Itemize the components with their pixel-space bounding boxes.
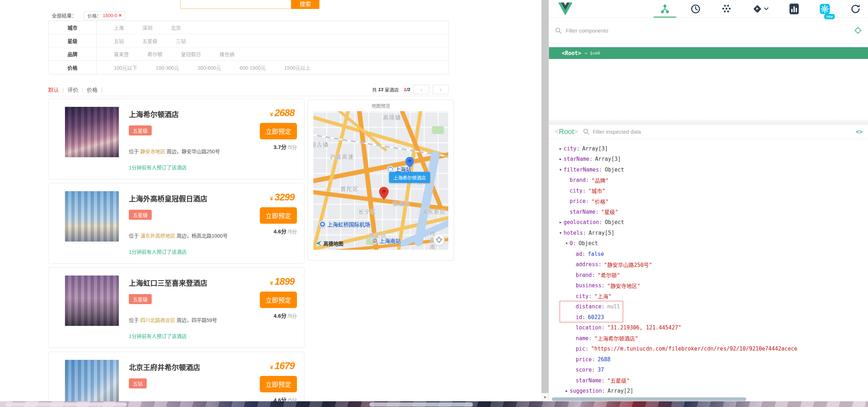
state-row[interactable]: ▶suggestion:Array[2] [549,386,868,397]
refresh-icon [851,4,861,14]
filter-option[interactable]: 1500元以上 [284,64,310,71]
park [432,126,444,134]
state-row[interactable]: ▼filterNames:Object [549,164,868,175]
score-value: 4.6分 [274,228,287,234]
hotel-photo[interactable] [65,191,119,242]
hotel-info: 上海虹口三至喜来登酒店五星级位于 四川北路商业区 周边，四平路59号1分钟前有人… [129,276,254,341]
hotel-photo[interactable] [65,107,119,157]
result-count: 共 13 家酒店 1/3 ‹ › [372,85,449,94]
code-view-icon[interactable]: <> [856,128,863,135]
refresh-button[interactable] [848,0,863,18]
next-page-button[interactable]: › [433,85,449,94]
book-now-button[interactable]: 立即预定 [260,376,297,392]
state-key: name [576,335,589,342]
collapse-arrow-icon[interactable]: ▶ [564,389,570,393]
collapse-arrow-icon[interactable]: ▶ [557,157,564,161]
book-now-button[interactable]: 立即预定 [260,292,297,308]
state-value: Array[5] [589,230,614,236]
collapse-arrow-icon[interactable]: ▶ [557,147,564,150]
tab-vuex[interactable] [719,0,733,18]
hotel-photo[interactable] [65,360,119,401]
search-button[interactable]: 搜索 [291,0,319,9]
filter-option[interactable]: 喜来登 [114,50,129,58]
map-hotel-tooltip[interactable]: 上海希尔顿酒店 [389,172,430,183]
state-key: location [576,324,601,331]
hotel-map-pin-red[interactable] [379,187,389,200]
filter-option[interactable]: 100元以下 [114,64,137,71]
state-key: address [576,261,598,268]
scrollbar-thumb[interactable] [541,0,549,393]
filter-option[interactable]: 五星级 [142,37,157,44]
inspector-root-label: <Root> [555,128,578,136]
expand-arrow-icon[interactable]: ▼ [557,231,564,235]
area-link[interactable]: 浦东外高桥地区 [140,233,175,239]
browser-scrollbar[interactable]: ▼ [541,0,549,401]
component-root-row[interactable]: <Root> = $vm0 [549,47,868,59]
hotel-photo[interactable] [65,276,119,326]
state-colon: : [592,272,595,278]
state-row[interactable]: ▼0:Object [549,238,868,249]
hotel-name-link[interactable]: 上海希尔顿酒店 [129,109,254,119]
book-now-button[interactable]: 立即预定 [260,207,297,224]
panel-split-shadow[interactable] [549,119,868,125]
state-row[interactable]: ▶city:Array[3] [549,143,868,154]
map-locate-button[interactable] [433,234,445,245]
filter-option[interactable]: 维也纳 [219,50,234,58]
active-tab-underline [653,16,676,18]
filter-tag-name: 价格： [87,12,101,19]
prev-page-button[interactable]: ‹ [413,85,429,94]
filter-option[interactable]: 希尔顿 [147,50,162,58]
state-row[interactable]: ▼hotels:Array[5] [549,228,868,238]
filter-option[interactable]: 300-600元 [198,64,221,71]
collapse-arrow-icon[interactable]: ▶ [557,220,564,224]
price-number: 2688 [274,108,294,118]
filter-option[interactable]: 深圳 [142,24,152,31]
map-canvas[interactable]: 高境镇翔古镇沪嘉高速普陀区杨浦区长宁区黄浦区浦东新区徐汇区杨高南路✈上海虹桥国际… [313,111,448,250]
star-badge: 五星级 [129,125,152,135]
sort-option[interactable]: 价格 [87,87,97,93]
devtools-horizontal-scrollbar[interactable] [552,397,746,401]
map-poi[interactable]: 🚉上海南站 [371,237,401,244]
expand-arrow-icon[interactable]: ▼ [557,168,564,172]
tab-routes[interactable] [750,0,771,18]
filter-option[interactable]: 北京 [171,24,181,31]
state-colon: : [599,219,602,225]
select-component-target-icon[interactable] [854,26,862,34]
filter-row-label: 城市 [49,21,96,34]
poi-name: 上海虹桥国际机场 [327,220,370,228]
tab-performance[interactable] [787,0,801,18]
expand-arrow-icon[interactable]: ▼ [564,242,570,245]
filter-inspected-data-input[interactable]: Filter inspected data [593,129,856,135]
sort-option[interactable]: 默认 [48,87,59,93]
area-link[interactable]: 四川北路商业区 [140,317,175,323]
filter-components-input[interactable]: Filter components [566,28,854,34]
area-link[interactable]: 静安寺地区 [140,149,165,154]
state-colon: : [576,145,580,152]
hotel-name-link[interactable]: 上海虹口三至喜来登酒店 [129,278,254,288]
filter-option[interactable]: 五钻 [114,37,124,44]
state-key: suggestion [570,388,602,394]
filter-row-options: 五钻五星级三钻 [96,34,448,47]
tab-timeline-history[interactable] [688,0,703,18]
map-poi[interactable]: ✈上海虹桥国际机场 [319,220,370,228]
hotel-name-link[interactable]: 上海外高桥皇冠假日酒店 [129,193,254,204]
book-now-button[interactable]: 立即预定 [260,123,297,139]
sort-option[interactable]: 评价 [67,87,78,93]
tab-settings[interactable]: new [818,0,832,18]
filter-option[interactable]: 600-1500元 [239,64,266,71]
filter-option[interactable]: 100-300元 [156,64,179,71]
tab-components[interactable] [658,0,672,18]
scrollbar-down-arrow[interactable]: ▼ [541,393,549,401]
state-row: location:"31.219306, 121.445427" [549,323,868,333]
filter-tag-close-icon[interactable]: × [119,13,122,18]
filter-option[interactable]: 上海 [114,24,124,31]
results-header: 全部结果： 价格： 1500-0 × [52,11,125,20]
hotel-name-link[interactable]: 北京王府井希尔顿酒店 [129,362,254,372]
search-input[interactable] [180,0,291,9]
filter-option[interactable]: 三钻 [176,37,186,44]
filter-option[interactable]: 皇冠假日 [181,50,201,58]
star-badge: 五星级 [129,210,152,220]
state-row[interactable]: ▶starName:Array[3] [549,154,868,165]
devtools-tabs: new [658,0,868,18]
state-row[interactable]: ▶geolocation:Object [549,217,868,228]
